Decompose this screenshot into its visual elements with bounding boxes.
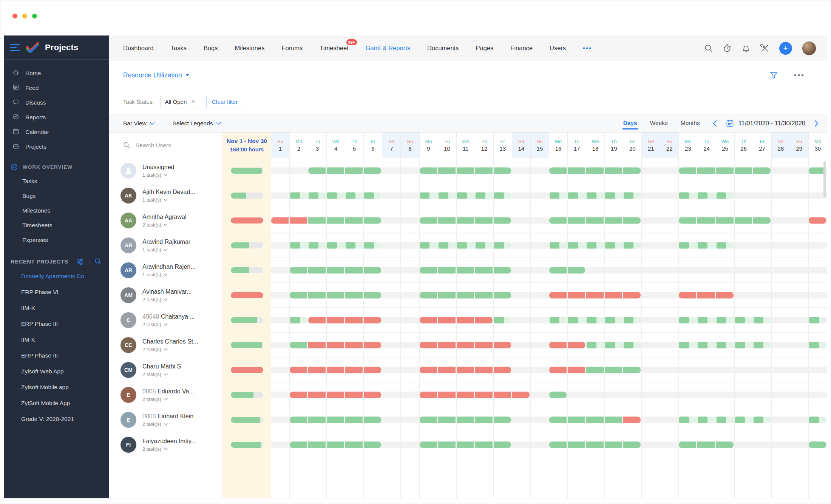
utilization-capsule[interactable] (231, 342, 263, 348)
allocation-bar-red[interactable] (475, 391, 493, 398)
nav-tab-forums[interactable]: Forums (281, 45, 303, 52)
work-overview-item-bugs[interactable]: Bugs (4, 188, 109, 203)
user-cell[interactable]: Unassigned1 task(s) (109, 158, 222, 183)
allocation-bar-red[interactable] (457, 317, 474, 323)
task-status-chip[interactable]: All Open ✕ (160, 95, 200, 108)
user-cell[interactable]: E0003 Einhard Klein2 task(s) (109, 407, 222, 432)
allocation-bar-green[interactable] (364, 167, 381, 174)
work-overview-item-expenses[interactable]: Expenses (4, 233, 109, 247)
allocation-bar-partial[interactable] (346, 242, 355, 248)
user-cell[interactable]: C49648 Chaitanya ...2 task(s) (109, 308, 222, 333)
utilization-capsule[interactable] (231, 442, 263, 448)
user-cell[interactable]: AMAvinash Manivar...2 task(s) (109, 283, 222, 308)
allocation-bar-green[interactable] (753, 217, 771, 223)
allocation-bar-partial[interactable] (717, 317, 726, 323)
allocation-bar-green[interactable] (290, 416, 307, 423)
recent-project-item[interactable]: Grade V: 2020-2021 (4, 411, 109, 427)
user-cell[interactable]: CMCharu Mathi S2 task(s) (109, 358, 222, 382)
allocation-bar-red[interactable] (327, 317, 344, 323)
allocation-bar-red[interactable] (308, 367, 326, 373)
clear-filter-button[interactable]: Clear filter (206, 95, 243, 108)
allocation-bar-red[interactable] (568, 342, 585, 348)
allocation-bar-partial[interactable] (327, 192, 337, 199)
allocation-bar-green[interactable] (420, 217, 437, 223)
allocation-bar-red[interactable] (457, 342, 474, 348)
user-cell[interactable]: ARAravind Rajkumar1 task(s) (109, 233, 222, 258)
allocation-bar-red[interactable] (475, 317, 493, 323)
user-avatar[interactable] (802, 41, 816, 55)
allocation-bar-red[interactable] (586, 292, 604, 298)
allocation-bar-green[interactable] (549, 167, 567, 174)
allocation-bar-green[interactable] (623, 167, 641, 174)
allocation-bar-partial[interactable] (327, 242, 337, 248)
allocation-bar-red[interactable] (623, 292, 641, 298)
allocation-bar-partial[interactable] (717, 416, 726, 423)
allocation-bar-green[interactable] (716, 167, 734, 174)
allocation-bar-red[interactable] (494, 367, 511, 373)
allocation-bar-green[interactable] (494, 441, 511, 448)
allocation-bar-green[interactable] (679, 167, 696, 174)
allocation-bar-partial[interactable] (809, 317, 819, 323)
allocation-bar-partial[interactable] (476, 242, 485, 248)
task-count-toggle[interactable]: 2 task(s) (142, 322, 195, 327)
recent-project-item[interactable]: ERP Phase III (4, 348, 109, 364)
allocation-bar-partial[interactable] (290, 317, 300, 323)
allocation-bar-green[interactable] (364, 441, 381, 448)
allocation-bar-green[interactable] (420, 292, 437, 298)
tab-days[interactable]: Days (622, 117, 638, 129)
close-window-dot[interactable] (12, 14, 17, 18)
search-icon[interactable] (704, 44, 713, 52)
allocation-bar-green[interactable] (494, 217, 511, 223)
collapse-circle-icon[interactable] (11, 163, 18, 171)
more-options-icon[interactable]: ••• (794, 71, 805, 79)
allocation-bar-partial[interactable] (587, 317, 596, 323)
report-title-dropdown[interactable]: Resource Utilization (123, 71, 189, 79)
allocation-bar-green[interactable] (679, 441, 696, 448)
allocation-bar-green[interactable] (623, 217, 641, 223)
allocation-bar-red[interactable] (345, 342, 363, 348)
allocation-bar-green[interactable] (716, 441, 734, 448)
allocation-bar-red[interactable] (475, 367, 493, 373)
allocation-bar-red[interactable] (438, 367, 456, 373)
allocation-bar-red[interactable] (697, 292, 715, 298)
allocation-bar-green[interactable] (549, 217, 567, 223)
utilization-capsule[interactable] (231, 292, 263, 298)
allocation-bar-red[interactable] (809, 217, 826, 223)
utilization-capsule[interactable] (231, 267, 263, 273)
allocation-bar-partial[interactable] (679, 317, 689, 323)
next-period-icon[interactable] (814, 120, 819, 127)
allocation-bar-partial[interactable] (754, 342, 763, 348)
sidebar-item-home[interactable]: Home (4, 66, 109, 80)
nav-tab-tasks[interactable]: Tasks (171, 45, 187, 52)
allocation-bar-red[interactable] (679, 292, 696, 298)
allocation-bar-green[interactable] (364, 416, 381, 423)
allocation-bar-partial[interactable] (494, 242, 504, 248)
allocation-bar-green[interactable] (345, 292, 363, 298)
allocation-bar-green[interactable] (623, 441, 641, 448)
utilization-capsule[interactable] (231, 168, 263, 174)
allocation-bar-partial[interactable] (809, 416, 819, 423)
allocation-bar-green[interactable] (345, 441, 363, 448)
allocation-bar-partial[interactable] (290, 242, 300, 248)
allocation-bar-partial[interactable] (439, 242, 448, 248)
allocation-bar-red[interactable] (568, 292, 585, 298)
utilization-capsule[interactable] (231, 417, 263, 423)
nav-tab-users[interactable]: Users (550, 45, 566, 52)
allocation-bar-partial[interactable] (457, 192, 467, 199)
task-count-toggle[interactable]: 1 task(s) (142, 197, 195, 203)
allocation-bar-partial[interactable] (809, 342, 819, 348)
allocation-bar-green[interactable] (364, 217, 381, 223)
allocation-bar-green[interactable] (586, 367, 604, 373)
allocation-bar-partial[interactable] (550, 242, 559, 248)
allocation-bar-red[interactable] (345, 317, 363, 323)
select-legends-dropdown[interactable]: Select Legends (173, 120, 221, 127)
allocation-bar-green[interactable] (679, 217, 696, 223)
task-count-toggle[interactable]: 2 task(s) (142, 222, 187, 228)
allocation-bar-green[interactable] (568, 167, 585, 174)
view-mode-dropdown[interactable]: Bar View (123, 120, 154, 127)
allocation-bar-partial[interactable] (364, 192, 374, 199)
allocation-bar-green[interactable] (568, 217, 585, 223)
allocation-bar-green[interactable] (290, 441, 307, 448)
allocation-bar-partial[interactable] (346, 192, 355, 199)
allocation-bar-green[interactable] (327, 217, 344, 223)
